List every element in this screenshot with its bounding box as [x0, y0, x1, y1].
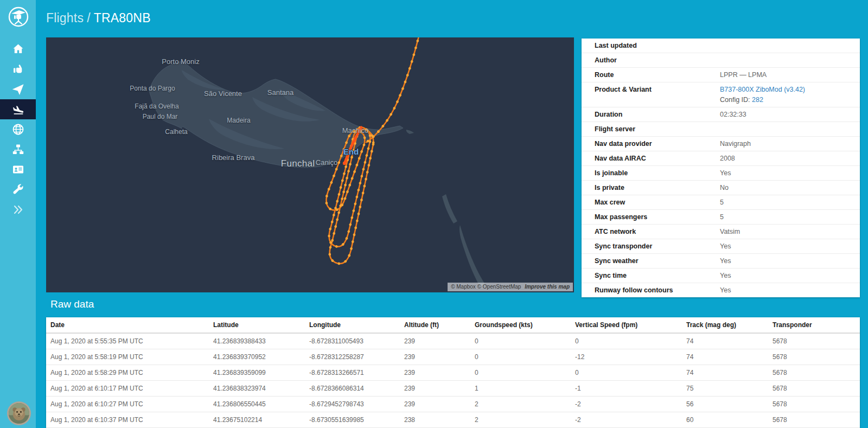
details-value: Yes	[720, 169, 731, 177]
pilot-chair-logo-icon	[6, 4, 31, 29]
raw-data-cell: 0	[470, 365, 571, 381]
column-header: Date	[46, 317, 209, 333]
end-point-marker	[343, 162, 346, 165]
raw-data-cell: 239	[400, 349, 470, 365]
details-label: Sync weather	[595, 257, 720, 265]
details-row: Author	[582, 53, 860, 68]
raw-data-cell: 2	[470, 397, 571, 412]
sidebar-item-wrench[interactable]	[0, 180, 36, 200]
raw-data-cell: Aug 1, 2020 at 6:10:27 PM UTC	[46, 397, 209, 412]
column-header: Track (mag deg)	[682, 317, 768, 333]
details-row: Sync time Yes	[582, 269, 860, 283]
product-variant-link[interactable]: B737-800X ZiboMod (v3.42)	[720, 86, 805, 93]
map-attribution: © Mapbox © OpenStreetMap Improve this ma…	[448, 283, 573, 291]
raw-data-cell: 74	[682, 333, 768, 349]
breadcrumb-separator: /	[84, 11, 94, 25]
sitemap-icon	[12, 144, 24, 155]
sidebar-item-hand[interactable]	[0, 59, 36, 79]
details-row: Runway follow contours Yes	[582, 283, 860, 297]
sidebar-item-chevrons-right[interactable]	[0, 200, 36, 220]
column-header: Longitude	[305, 317, 400, 333]
raw-data-row: Aug 1, 2020 at 5:58:29 PM UTC41.23683935…	[46, 365, 860, 381]
raw-data-row: Aug 1, 2020 at 6:10:17 PM UTC41.23683832…	[46, 381, 860, 397]
raw-data-cell: 1	[470, 381, 571, 397]
raw-data-cell: 5678	[768, 412, 860, 428]
raw-data-cell: -8.6730551639985	[305, 412, 400, 428]
sidebar-item-globe[interactable]	[0, 119, 36, 139]
raw-data-row: Aug 1, 2020 at 5:55:35 PM UTC41.23683938…	[46, 333, 860, 349]
user-avatar[interactable]	[7, 401, 31, 425]
sidebar-item-plane-landing[interactable]	[0, 99, 36, 119]
raw-data-row: Aug 1, 2020 at 6:10:27 PM UTC41.23680655…	[46, 397, 860, 412]
details-label: Runway follow contours	[595, 286, 720, 294]
raw-data-cell: 5678	[768, 381, 860, 397]
column-header: Vertical Speed (fpm)	[571, 317, 682, 333]
raw-data-cell: 41.23675102214	[209, 412, 305, 428]
osm-attribution-link[interactable]: © OpenStreetMap	[477, 284, 521, 290]
raw-data-cell: 41.236838323974	[209, 381, 305, 397]
raw-data-cell: 60	[682, 412, 768, 428]
details-label: Max passengers	[595, 213, 720, 221]
details-value: Yes	[720, 286, 731, 294]
chevrons-right-icon	[12, 204, 24, 215]
raw-data-cell: 74	[682, 365, 768, 381]
raw-data-cell: 0	[470, 333, 571, 349]
sidebar-item-home[interactable]	[0, 39, 36, 59]
details-label: Is joinable	[595, 169, 720, 177]
details-value: Vatsim	[720, 228, 740, 235]
raw-data-row: Aug 1, 2020 at 6:10:37 PM UTC41.23675102…	[46, 412, 860, 428]
raw-data-table: DateLatitudeLongitudeAltitude (ft)Ground…	[46, 317, 860, 428]
wrench-icon	[12, 184, 24, 195]
sidebar-item-id-card[interactable]	[0, 159, 36, 180]
raw-data-table-container: DateLatitudeLongitudeAltitude (ft)Ground…	[46, 317, 860, 428]
details-row: Nav data provider Navigraph	[582, 137, 860, 151]
raw-data-cell: Aug 1, 2020 at 5:58:19 PM UTC	[46, 349, 209, 365]
details-row: Product & Variant B737-800X ZiboMod (v3.…	[582, 82, 860, 107]
raw-data-cell: 5678	[768, 365, 860, 381]
details-label: Nav data provider	[595, 140, 720, 148]
sidebar-nav	[0, 39, 36, 220]
raw-data-cell: 239	[400, 333, 470, 349]
details-label: Flight server	[595, 125, 720, 133]
sidebar-item-paper-plane[interactable]	[0, 79, 36, 99]
home-icon	[12, 43, 24, 55]
raw-data-cell: 5678	[768, 397, 860, 412]
details-label: Is private	[595, 184, 720, 191]
details-row: Sync transponder Yes	[582, 239, 860, 254]
details-value: Navigraph	[720, 140, 751, 148]
mapbox-attribution-link[interactable]: © Mapbox	[451, 284, 476, 290]
improve-map-link[interactable]: Improve this map	[525, 284, 570, 290]
column-header: Transponder	[768, 317, 860, 333]
app-logo[interactable]	[6, 4, 31, 29]
details-label: Last updated	[595, 42, 720, 49]
raw-data-cell: 239	[400, 397, 470, 412]
flight-map[interactable]: Porto MonizPonta do PargoSão VicenteSant…	[46, 37, 574, 292]
raw-data-cell: 75	[682, 381, 768, 397]
raw-data-cell: -8.6729452798743	[305, 397, 400, 412]
raw-data-cell: Aug 1, 2020 at 5:55:35 PM UTC	[46, 333, 209, 349]
details-row: Nav data AIRAC 2008	[582, 151, 860, 166]
raw-data-cell: Aug 1, 2020 at 5:58:29 PM UTC	[46, 365, 209, 381]
details-value: Yes	[720, 242, 731, 250]
details-value: B737-800X ZiboMod (v3.42)Config ID: 282	[720, 86, 805, 104]
details-label: Product & Variant	[595, 86, 720, 93]
details-row: Is joinable Yes	[582, 166, 860, 181]
column-header: Altitude (ft)	[400, 317, 470, 333]
details-row: Route LPPR — LPMA	[582, 68, 860, 82]
column-header: Latitude	[209, 317, 305, 333]
globe-icon	[12, 124, 24, 135]
details-row: Is private No	[582, 181, 860, 195]
raw-data-cell: 41.236839388433	[209, 333, 305, 349]
details-label: Nav data AIRAC	[595, 155, 720, 162]
raw-data-row: Aug 1, 2020 at 5:58:19 PM UTC41.23683937…	[46, 349, 860, 365]
breadcrumb[interactable]: Flights	[46, 11, 84, 25]
raw-data-header-row: DateLatitudeLongitudeAltitude (ft)Ground…	[46, 317, 860, 333]
details-label: Max crew	[595, 199, 720, 206]
config-id-link[interactable]: 282	[752, 96, 763, 104]
sidebar-item-sitemap[interactable]	[0, 139, 36, 159]
config-id: Config ID: 282	[720, 96, 805, 104]
details-value: Yes	[720, 257, 731, 265]
map-canvas	[46, 37, 574, 292]
sidebar	[0, 0, 36, 428]
details-label: Sync time	[595, 272, 720, 279]
